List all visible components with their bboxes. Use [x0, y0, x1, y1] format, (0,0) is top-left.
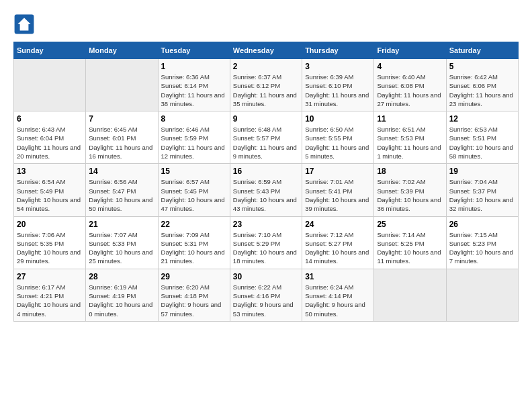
calendar-cell: 1Sunrise: 6:36 AM Sunset: 6:14 PM Daylig…	[158, 59, 230, 111]
day-number: 7	[89, 114, 154, 124]
calendar-cell: 14Sunrise: 6:56 AM Sunset: 5:47 PM Dayli…	[86, 164, 158, 216]
calendar-cell: 20Sunrise: 7:06 AM Sunset: 5:35 PM Dayli…	[14, 216, 86, 269]
day-info: Sunrise: 6:54 AM Sunset: 5:49 PM Dayligh…	[17, 177, 83, 213]
calendar-cell: 24Sunrise: 7:12 AM Sunset: 5:27 PM Dayli…	[302, 216, 374, 269]
col-header-friday: Friday	[374, 42, 446, 59]
day-number: 6	[17, 114, 83, 124]
calendar-week-row: 27Sunrise: 6:17 AM Sunset: 4:21 PM Dayli…	[14, 269, 519, 321]
day-info: Sunrise: 6:42 AM Sunset: 6:06 PM Dayligh…	[449, 73, 515, 108]
calendar-cell: 25Sunrise: 7:14 AM Sunset: 5:25 PM Dayli…	[374, 216, 446, 269]
col-header-sunday: Sunday	[14, 42, 86, 59]
day-number: 31	[305, 272, 371, 281]
day-number: 9	[233, 114, 299, 124]
day-info: Sunrise: 7:12 AM Sunset: 5:27 PM Dayligh…	[305, 230, 371, 266]
day-number: 26	[449, 220, 515, 229]
day-number: 1	[161, 62, 227, 71]
day-info: Sunrise: 6:57 AM Sunset: 5:45 PM Dayligh…	[161, 177, 227, 213]
calendar-cell: 15Sunrise: 6:57 AM Sunset: 5:45 PM Dayli…	[158, 164, 230, 216]
col-header-saturday: Saturday	[446, 42, 518, 59]
calendar-week-row: 13Sunrise: 6:54 AM Sunset: 5:49 PM Dayli…	[14, 164, 519, 216]
col-header-monday: Monday	[86, 42, 158, 59]
calendar-cell: 30Sunrise: 6:22 AM Sunset: 4:16 PM Dayli…	[230, 269, 302, 321]
calendar-table: SundayMondayTuesdayWednesdayThursdayFrid…	[13, 42, 519, 322]
day-info: Sunrise: 7:02 AM Sunset: 5:39 PM Dayligh…	[377, 177, 443, 213]
day-info: Sunrise: 7:10 AM Sunset: 5:29 PM Dayligh…	[233, 230, 299, 266]
calendar-week-row: 1Sunrise: 6:36 AM Sunset: 6:14 PM Daylig…	[14, 59, 519, 111]
day-info: Sunrise: 7:14 AM Sunset: 5:25 PM Dayligh…	[377, 230, 443, 266]
day-info: Sunrise: 6:50 AM Sunset: 5:55 PM Dayligh…	[305, 125, 371, 161]
calendar-cell	[14, 59, 86, 111]
calendar-cell: 10Sunrise: 6:50 AM Sunset: 5:55 PM Dayli…	[302, 111, 374, 164]
calendar-header-row: SundayMondayTuesdayWednesdayThursdayFrid…	[14, 42, 519, 59]
day-number: 11	[377, 114, 443, 124]
day-info: Sunrise: 6:22 AM Sunset: 4:16 PM Dayligh…	[233, 283, 299, 318]
calendar-cell: 4Sunrise: 6:40 AM Sunset: 6:08 PM Daylig…	[374, 59, 446, 111]
col-header-thursday: Thursday	[302, 42, 374, 59]
day-info: Sunrise: 6:24 AM Sunset: 4:14 PM Dayligh…	[305, 283, 371, 318]
day-info: Sunrise: 7:01 AM Sunset: 5:41 PM Dayligh…	[305, 177, 371, 213]
calendar-cell: 22Sunrise: 7:09 AM Sunset: 5:31 PM Dayli…	[158, 216, 230, 269]
calendar-week-row: 20Sunrise: 7:06 AM Sunset: 5:35 PM Dayli…	[14, 216, 519, 269]
calendar-cell: 19Sunrise: 7:04 AM Sunset: 5:37 PM Dayli…	[446, 164, 518, 216]
day-number: 22	[161, 220, 227, 229]
calendar-cell: 2Sunrise: 6:37 AM Sunset: 6:12 PM Daylig…	[230, 59, 302, 111]
day-info: Sunrise: 6:37 AM Sunset: 6:12 PM Dayligh…	[233, 73, 299, 108]
day-number: 23	[233, 220, 299, 229]
day-info: Sunrise: 6:19 AM Sunset: 4:19 PM Dayligh…	[89, 283, 154, 318]
calendar-cell: 13Sunrise: 6:54 AM Sunset: 5:49 PM Dayli…	[14, 164, 86, 216]
day-number: 12	[449, 114, 515, 124]
day-info: Sunrise: 6:45 AM Sunset: 6:01 PM Dayligh…	[89, 125, 154, 161]
day-number: 5	[449, 62, 515, 71]
calendar-cell: 3Sunrise: 6:39 AM Sunset: 6:10 PM Daylig…	[302, 59, 374, 111]
day-info: Sunrise: 7:09 AM Sunset: 5:31 PM Dayligh…	[161, 230, 227, 266]
calendar-cell: 23Sunrise: 7:10 AM Sunset: 5:29 PM Dayli…	[230, 216, 302, 269]
day-info: Sunrise: 6:51 AM Sunset: 5:53 PM Dayligh…	[377, 125, 443, 161]
day-number: 15	[161, 167, 227, 176]
calendar-cell: 28Sunrise: 6:19 AM Sunset: 4:19 PM Dayli…	[86, 269, 158, 321]
col-header-tuesday: Tuesday	[158, 42, 230, 59]
calendar-cell	[446, 269, 518, 321]
calendar-cell: 11Sunrise: 6:51 AM Sunset: 5:53 PM Dayli…	[374, 111, 446, 164]
day-number: 13	[17, 167, 83, 176]
day-info: Sunrise: 6:56 AM Sunset: 5:47 PM Dayligh…	[89, 177, 154, 213]
day-number: 20	[17, 220, 83, 229]
day-info: Sunrise: 6:40 AM Sunset: 6:08 PM Dayligh…	[377, 73, 443, 108]
day-number: 24	[305, 220, 371, 229]
calendar-cell: 27Sunrise: 6:17 AM Sunset: 4:21 PM Dayli…	[14, 269, 86, 321]
day-info: Sunrise: 6:17 AM Sunset: 4:21 PM Dayligh…	[17, 283, 83, 318]
day-info: Sunrise: 7:06 AM Sunset: 5:35 PM Dayligh…	[17, 230, 83, 266]
logo-icon	[13, 13, 35, 35]
day-number: 8	[161, 114, 227, 124]
day-info: Sunrise: 6:46 AM Sunset: 5:59 PM Dayligh…	[161, 125, 227, 161]
logo	[13, 13, 38, 35]
day-info: Sunrise: 6:59 AM Sunset: 5:43 PM Dayligh…	[233, 177, 299, 213]
calendar-cell: 6Sunrise: 6:43 AM Sunset: 6:04 PM Daylig…	[14, 111, 86, 164]
calendar-cell: 12Sunrise: 6:53 AM Sunset: 5:51 PM Dayli…	[446, 111, 518, 164]
day-info: Sunrise: 7:04 AM Sunset: 5:37 PM Dayligh…	[449, 177, 515, 213]
day-number: 25	[377, 220, 443, 229]
day-number: 28	[89, 272, 154, 281]
calendar-cell: 7Sunrise: 6:45 AM Sunset: 6:01 PM Daylig…	[86, 111, 158, 164]
calendar-week-row: 6Sunrise: 6:43 AM Sunset: 6:04 PM Daylig…	[14, 111, 519, 164]
calendar-cell: 29Sunrise: 6:20 AM Sunset: 4:18 PM Dayli…	[158, 269, 230, 321]
day-info: Sunrise: 6:20 AM Sunset: 4:18 PM Dayligh…	[161, 283, 227, 318]
calendar-cell: 5Sunrise: 6:42 AM Sunset: 6:06 PM Daylig…	[446, 59, 518, 111]
day-info: Sunrise: 7:15 AM Sunset: 5:23 PM Dayligh…	[449, 230, 515, 266]
day-number: 18	[377, 167, 443, 176]
day-info: Sunrise: 6:53 AM Sunset: 5:51 PM Dayligh…	[449, 125, 515, 161]
calendar-cell	[374, 269, 446, 321]
col-header-wednesday: Wednesday	[230, 42, 302, 59]
calendar-cell: 18Sunrise: 7:02 AM Sunset: 5:39 PM Dayli…	[374, 164, 446, 216]
day-number: 19	[449, 167, 515, 176]
day-number: 3	[305, 62, 371, 71]
day-number: 16	[233, 167, 299, 176]
day-info: Sunrise: 6:39 AM Sunset: 6:10 PM Dayligh…	[305, 73, 371, 108]
calendar-cell: 26Sunrise: 7:15 AM Sunset: 5:23 PM Dayli…	[446, 216, 518, 269]
calendar-cell: 21Sunrise: 7:07 AM Sunset: 5:33 PM Dayli…	[86, 216, 158, 269]
calendar-cell: 31Sunrise: 6:24 AM Sunset: 4:14 PM Dayli…	[302, 269, 374, 321]
day-number: 29	[161, 272, 227, 281]
day-info: Sunrise: 6:43 AM Sunset: 6:04 PM Dayligh…	[17, 125, 83, 161]
calendar-cell: 16Sunrise: 6:59 AM Sunset: 5:43 PM Dayli…	[230, 164, 302, 216]
day-info: Sunrise: 6:36 AM Sunset: 6:14 PM Dayligh…	[161, 73, 227, 108]
day-number: 27	[17, 272, 83, 281]
